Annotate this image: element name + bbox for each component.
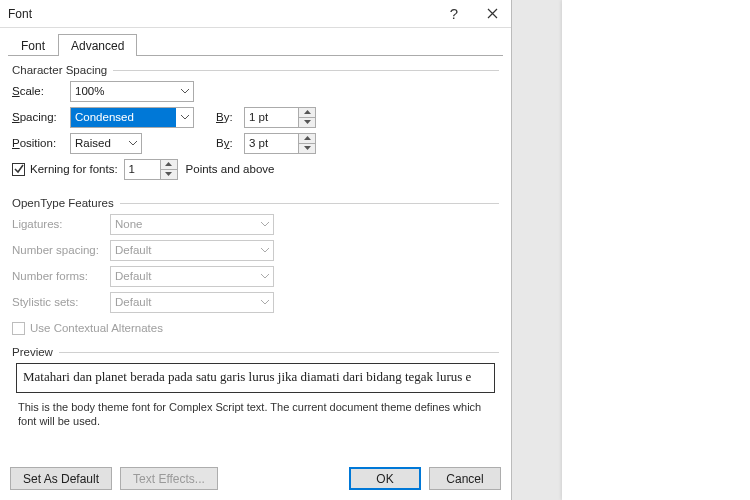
spinner-up-icon[interactable] (299, 134, 315, 144)
spinner-up-icon[interactable] (299, 108, 315, 118)
tab-font[interactable]: Font (8, 34, 58, 56)
spinner-down-icon[interactable] (299, 144, 315, 153)
kerning-checkbox[interactable] (12, 163, 25, 176)
text-effects-button[interactable]: Text Effects... (120, 467, 218, 490)
kerning-value: 1 (125, 160, 160, 179)
kerning-label: Kerning for fonts: (30, 163, 118, 175)
help-button[interactable]: ? (435, 0, 473, 27)
number-spacing-select[interactable]: Default (110, 240, 274, 261)
spacing-by-value: 1 pt (245, 108, 298, 127)
tabstrip: Font Advanced (0, 28, 511, 56)
chevron-down-icon (256, 267, 273, 286)
group-preview: Preview Matahari dan planet berada pada … (12, 346, 499, 429)
number-forms-label: Number forms: (12, 270, 110, 282)
position-value: Raised (75, 137, 111, 149)
position-by-spinner[interactable]: 3 pt (244, 133, 316, 154)
chevron-down-icon (256, 293, 273, 312)
ligatures-value: None (115, 218, 143, 230)
heading-character-spacing: Character Spacing (12, 64, 111, 77)
number-spacing-value: Default (115, 244, 151, 256)
kerning-spinner[interactable]: 1 (124, 159, 178, 180)
preview-text: Matahari dan planet berada pada satu gar… (23, 369, 471, 384)
scale-label: Scale: (12, 85, 70, 97)
ligatures-select[interactable]: None (110, 214, 274, 235)
dialog-title: Font (8, 7, 32, 21)
spacing-label: Spacing: (12, 111, 70, 123)
stylistic-sets-value: Default (115, 296, 151, 308)
tab-advanced-label: Advanced (71, 39, 124, 53)
spacing-by-label: By: (216, 111, 244, 123)
position-select[interactable]: Raised (70, 133, 142, 154)
position-by-value: 3 pt (245, 134, 298, 153)
chevron-down-icon (256, 215, 273, 234)
number-forms-select[interactable]: Default (110, 266, 274, 287)
spinner-down-icon[interactable] (299, 118, 315, 127)
ok-button[interactable]: OK (349, 467, 421, 490)
titlebar: Font ? (0, 0, 511, 28)
spinner-down-icon[interactable] (161, 170, 177, 179)
tab-advanced[interactable]: Advanced (58, 34, 137, 56)
contextual-alternates-label: Use Contextual Alternates (30, 322, 163, 334)
heading-opentype: OpenType Features (12, 197, 118, 210)
number-forms-value: Default (115, 270, 151, 282)
points-and-above-label: Points and above (186, 163, 275, 175)
position-label: Position: (12, 137, 70, 149)
chevron-down-icon (256, 241, 273, 260)
document-background (512, 0, 750, 500)
spacing-by-spinner[interactable]: 1 pt (244, 107, 316, 128)
preview-note: This is the body theme font for Complex … (12, 397, 499, 429)
ligatures-label: Ligatures: (12, 218, 110, 230)
chevron-down-icon (176, 82, 193, 101)
group-opentype-features: OpenType Features Ligatures: None Number… (12, 197, 499, 340)
position-by-label: By: (216, 137, 244, 149)
tab-font-label: Font (21, 39, 45, 53)
font-dialog: Font ? Font Advanced Character Spacing S… (0, 0, 512, 500)
chevron-down-icon (124, 134, 141, 153)
close-icon (487, 8, 498, 19)
close-button[interactable] (473, 0, 511, 27)
spinner-up-icon[interactable] (161, 160, 177, 170)
scale-select[interactable]: 100% (70, 81, 194, 102)
contextual-alternates-checkbox[interactable] (12, 322, 25, 335)
stylistic-sets-select[interactable]: Default (110, 292, 274, 313)
chevron-down-icon (176, 108, 193, 127)
scale-value: 100% (75, 85, 104, 97)
spacing-value: Condensed (71, 108, 176, 127)
document-page (562, 0, 750, 500)
set-as-default-button[interactable]: Set As Default (10, 467, 112, 490)
spacing-select[interactable]: Condensed (70, 107, 194, 128)
button-bar: Set As Default Text Effects... OK Cancel (0, 459, 511, 500)
number-spacing-label: Number spacing: (12, 244, 110, 256)
cancel-button[interactable]: Cancel (429, 467, 501, 490)
group-character-spacing: Character Spacing Scale: 100% Spacing: C… (12, 64, 499, 181)
stylistic-sets-label: Stylistic sets: (12, 296, 110, 308)
heading-preview: Preview (12, 346, 57, 359)
preview-box: Matahari dan planet berada pada satu gar… (16, 363, 495, 393)
checkmark-icon (14, 164, 24, 174)
